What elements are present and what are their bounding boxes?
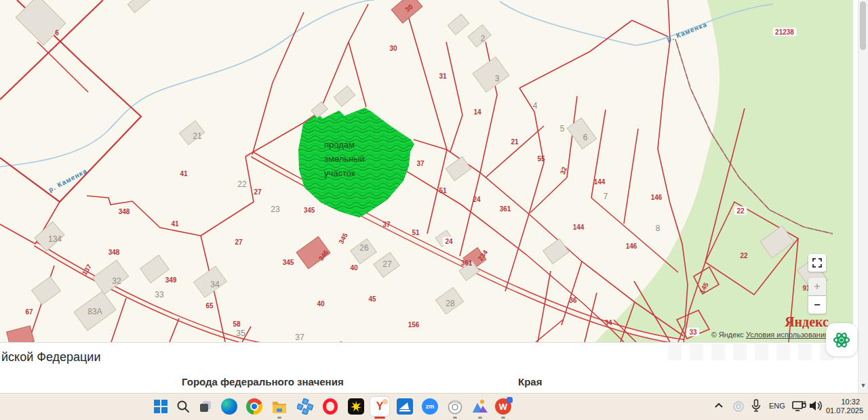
microphone-icon[interactable]: [751, 399, 762, 415]
extension-bubble[interactable]: [826, 323, 857, 356]
fullscreen-button[interactable]: [808, 254, 826, 272]
blue-squares-app-icon[interactable]: [296, 397, 315, 416]
task-view-button[interactable]: [196, 397, 215, 416]
running-indicator: [501, 417, 505, 419]
language-indicator[interactable]: ENG: [769, 402, 785, 410]
map-attribution: © Яндекс Условия использования: [711, 331, 829, 339]
desktop-screen: 6303114215537512436114414614414641274134…: [0, 0, 868, 420]
file-explorer-icon[interactable]: [270, 397, 289, 416]
opera-browser-icon[interactable]: [321, 397, 340, 416]
mountain-app-icon[interactable]: [471, 397, 490, 416]
folder-icon: [271, 398, 288, 415]
tray-date: 01.07.2025: [826, 406, 860, 415]
edge-browser-icon[interactable]: [220, 397, 239, 416]
running-indicator: [453, 417, 457, 419]
task-view-icon: [198, 399, 213, 414]
yandex-y-glyph: Y: [376, 400, 384, 413]
clock[interactable]: 10:32 01.07.2025: [826, 398, 860, 415]
chrome-browser-icon[interactable]: [245, 397, 264, 416]
yellow-burst-icon: [351, 401, 361, 412]
watermark: [668, 344, 837, 360]
heading-federation: йской Федерации: [1, 350, 100, 364]
volume-icon[interactable]: [808, 400, 823, 415]
zoom-out-button[interactable]: −: [808, 296, 826, 314]
map-canvas: [0, 0, 853, 342]
scanner-app-icon[interactable]: [395, 397, 414, 416]
dial-icon: [447, 398, 463, 415]
squares-icon: [297, 398, 313, 415]
scrollbar[interactable]: ▼: [858, 0, 868, 393]
road-secondary: [35, 244, 342, 342]
yandex-logo[interactable]: Яндекс: [785, 314, 829, 330]
tray-dial-icon[interactable]: [732, 399, 745, 415]
windows-icon: [153, 399, 168, 414]
chevron-up-icon: [713, 401, 724, 411]
running-indicator: [478, 417, 482, 419]
search-icon: [176, 400, 190, 413]
photo-app-icon[interactable]: [347, 397, 366, 416]
zoom-app-icon[interactable]: zm: [420, 397, 439, 416]
active-app-indicator: [374, 417, 385, 419]
search-button[interactable]: [174, 397, 193, 416]
terms-link[interactable]: Условия использования: [746, 331, 829, 339]
copyright-text: © Яндекс: [711, 331, 744, 339]
running-indicator: [277, 417, 281, 419]
dial-app-icon[interactable]: [446, 397, 465, 416]
heading-federal-cities[interactable]: Города федерального значения: [182, 376, 344, 387]
wps-office-icon[interactable]: W: [494, 397, 513, 416]
network-icon[interactable]: [792, 400, 807, 415]
scanner-icon: [397, 398, 413, 415]
tray-time: 10:32: [826, 398, 860, 406]
atom-icon: [832, 331, 851, 350]
tray-chevron-up[interactable]: [713, 401, 724, 413]
yandex-map[interactable]: 6303114215537512436114414614414641274134…: [0, 0, 853, 343]
heading-krais[interactable]: Края: [518, 376, 542, 387]
scrollbar-down-arrow[interactable]: ▼: [860, 381, 867, 390]
zoom-in-button[interactable]: +: [808, 278, 826, 295]
parcel-sale-caption: продам змельный участок: [324, 138, 365, 180]
start-button[interactable]: [151, 397, 170, 416]
mountain-icon: [472, 398, 488, 415]
scrollbar-thumb[interactable]: [860, 1, 866, 50]
yandex-start-icon[interactable]: Y: [370, 397, 389, 416]
fullscreen-icon: [812, 258, 822, 268]
